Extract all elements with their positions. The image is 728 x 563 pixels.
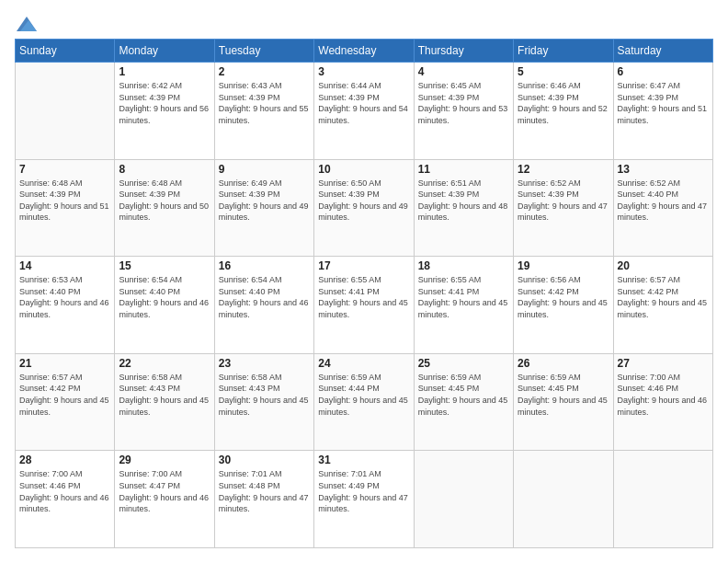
day-number: 31 (318, 454, 409, 466)
calendar-cell: 28Sunrise: 7:00 AMSunset: 4:46 PMDayligh… (16, 451, 115, 548)
calendar-cell: 17Sunrise: 6:55 AMSunset: 4:41 PMDayligh… (314, 257, 414, 354)
day-info: Sunrise: 6:44 AMSunset: 4:39 PMDaylight:… (318, 80, 409, 126)
day-number: 17 (318, 259, 409, 272)
calendar-cell: 5Sunrise: 6:46 AMSunset: 4:39 PMDaylight… (514, 63, 613, 160)
header-wednesday: Wednesday (314, 40, 414, 63)
day-number: 8 (119, 163, 210, 176)
day-info: Sunrise: 6:56 AMSunset: 4:42 PMDaylight:… (518, 274, 609, 320)
calendar-cell: 29Sunrise: 7:00 AMSunset: 4:47 PMDayligh… (115, 451, 214, 548)
header (15, 15, 713, 29)
day-info: Sunrise: 6:54 AMSunset: 4:40 PMDaylight:… (119, 274, 210, 320)
day-number: 18 (418, 259, 509, 272)
calendar-cell: 24Sunrise: 6:59 AMSunset: 4:44 PMDayligh… (314, 353, 414, 451)
day-number: 24 (318, 357, 409, 370)
day-number: 29 (119, 454, 210, 466)
calendar-table: Sunday Monday Tuesday Wednesday Thursday… (15, 39, 713, 548)
header-saturday: Saturday (613, 40, 712, 63)
day-number: 15 (119, 259, 210, 272)
day-info: Sunrise: 6:42 AMSunset: 4:39 PMDaylight:… (119, 80, 210, 126)
header-tuesday: Tuesday (214, 40, 313, 63)
day-number: 6 (618, 65, 709, 78)
calendar-cell: 7Sunrise: 6:48 AMSunset: 4:39 PMDaylight… (16, 159, 115, 257)
day-info: Sunrise: 6:53 AMSunset: 4:40 PMDaylight:… (19, 274, 110, 320)
day-info: Sunrise: 6:58 AMSunset: 4:43 PMDaylight:… (119, 372, 210, 418)
day-number: 27 (618, 357, 709, 370)
day-info: Sunrise: 6:54 AMSunset: 4:40 PMDaylight:… (219, 274, 310, 320)
calendar-cell: 3Sunrise: 6:44 AMSunset: 4:39 PMDaylight… (314, 63, 414, 160)
day-info: Sunrise: 6:45 AMSunset: 4:39 PMDaylight:… (418, 80, 509, 126)
day-number: 14 (19, 259, 110, 272)
calendar-cell: 30Sunrise: 7:01 AMSunset: 4:48 PMDayligh… (214, 451, 313, 548)
page: Sunday Monday Tuesday Wednesday Thursday… (0, 0, 728, 563)
logo (15, 15, 37, 29)
calendar-cell: 12Sunrise: 6:52 AMSunset: 4:39 PMDayligh… (514, 159, 613, 257)
calendar-cell: 20Sunrise: 6:57 AMSunset: 4:42 PMDayligh… (613, 257, 712, 354)
calendar-cell: 25Sunrise: 6:59 AMSunset: 4:45 PMDayligh… (414, 353, 513, 451)
day-number: 3 (318, 65, 409, 78)
calendar-cell: 8Sunrise: 6:48 AMSunset: 4:39 PMDaylight… (115, 159, 214, 257)
day-number: 4 (418, 65, 509, 78)
calendar-cell: 26Sunrise: 6:59 AMSunset: 4:45 PMDayligh… (514, 353, 613, 451)
calendar-cell: 4Sunrise: 6:45 AMSunset: 4:39 PMDaylight… (414, 63, 513, 160)
calendar-cell: 18Sunrise: 6:55 AMSunset: 4:41 PMDayligh… (414, 257, 513, 354)
day-info: Sunrise: 7:00 AMSunset: 4:47 PMDaylight:… (119, 468, 210, 514)
day-number: 12 (518, 163, 609, 176)
calendar-cell: 31Sunrise: 7:01 AMSunset: 4:49 PMDayligh… (314, 451, 414, 548)
calendar-cell: 1Sunrise: 6:42 AMSunset: 4:39 PMDaylight… (115, 63, 214, 160)
day-info: Sunrise: 6:48 AMSunset: 4:39 PMDaylight:… (19, 178, 110, 224)
calendar-cell: 23Sunrise: 6:58 AMSunset: 4:43 PMDayligh… (214, 353, 313, 451)
day-info: Sunrise: 6:43 AMSunset: 4:39 PMDaylight:… (219, 80, 310, 126)
day-number: 26 (518, 357, 609, 370)
day-number: 16 (219, 259, 310, 272)
calendar-cell: 15Sunrise: 6:54 AMSunset: 4:40 PMDayligh… (115, 257, 214, 354)
day-number: 28 (19, 454, 110, 466)
day-info: Sunrise: 6:55 AMSunset: 4:41 PMDaylight:… (318, 274, 409, 320)
header-monday: Monday (115, 40, 214, 63)
day-info: Sunrise: 6:57 AMSunset: 4:42 PMDaylight:… (19, 372, 110, 418)
day-number: 10 (318, 163, 409, 176)
day-info: Sunrise: 6:52 AMSunset: 4:39 PMDaylight:… (518, 178, 609, 224)
calendar-week-row: 14Sunrise: 6:53 AMSunset: 4:40 PMDayligh… (16, 257, 713, 354)
day-info: Sunrise: 7:01 AMSunset: 4:48 PMDaylight:… (219, 468, 310, 514)
calendar-cell: 6Sunrise: 6:47 AMSunset: 4:39 PMDaylight… (613, 63, 712, 160)
day-info: Sunrise: 6:57 AMSunset: 4:42 PMDaylight:… (618, 274, 709, 320)
day-info: Sunrise: 6:48 AMSunset: 4:39 PMDaylight:… (119, 178, 210, 224)
day-number: 30 (219, 454, 310, 466)
day-number: 7 (19, 163, 110, 176)
day-info: Sunrise: 7:01 AMSunset: 4:49 PMDaylight:… (318, 468, 409, 514)
day-number: 19 (518, 259, 609, 272)
day-number: 1 (119, 65, 210, 78)
header-thursday: Thursday (414, 40, 513, 63)
day-info: Sunrise: 7:00 AMSunset: 4:46 PMDaylight:… (19, 468, 110, 514)
day-info: Sunrise: 6:49 AMSunset: 4:39 PMDaylight:… (219, 178, 310, 224)
calendar-week-row: 28Sunrise: 7:00 AMSunset: 4:46 PMDayligh… (16, 451, 713, 548)
day-number: 23 (219, 357, 310, 370)
calendar-cell: 16Sunrise: 6:54 AMSunset: 4:40 PMDayligh… (214, 257, 313, 354)
logo-icon (17, 15, 37, 33)
day-info: Sunrise: 6:59 AMSunset: 4:45 PMDaylight:… (418, 372, 509, 418)
day-info: Sunrise: 6:46 AMSunset: 4:39 PMDaylight:… (518, 80, 609, 126)
day-number: 11 (418, 163, 509, 176)
day-number: 21 (19, 357, 110, 370)
calendar-cell (16, 63, 115, 160)
calendar-cell: 22Sunrise: 6:58 AMSunset: 4:43 PMDayligh… (115, 353, 214, 451)
day-number: 20 (618, 259, 709, 272)
calendar-cell: 21Sunrise: 6:57 AMSunset: 4:42 PMDayligh… (16, 353, 115, 451)
calendar-cell: 10Sunrise: 6:50 AMSunset: 4:39 PMDayligh… (314, 159, 414, 257)
day-info: Sunrise: 6:50 AMSunset: 4:39 PMDaylight:… (318, 178, 409, 224)
day-info: Sunrise: 6:52 AMSunset: 4:40 PMDaylight:… (618, 178, 709, 224)
calendar-cell: 14Sunrise: 6:53 AMSunset: 4:40 PMDayligh… (16, 257, 115, 354)
day-info: Sunrise: 6:51 AMSunset: 4:39 PMDaylight:… (418, 178, 509, 224)
calendar-cell: 13Sunrise: 6:52 AMSunset: 4:40 PMDayligh… (613, 159, 712, 257)
day-info: Sunrise: 6:47 AMSunset: 4:39 PMDaylight:… (618, 80, 709, 126)
day-info: Sunrise: 6:59 AMSunset: 4:44 PMDaylight:… (318, 372, 409, 418)
day-number: 5 (518, 65, 609, 78)
calendar-cell: 9Sunrise: 6:49 AMSunset: 4:39 PMDaylight… (214, 159, 313, 257)
calendar-header-row: Sunday Monday Tuesday Wednesday Thursday… (16, 40, 713, 63)
day-number: 9 (219, 163, 310, 176)
calendar-week-row: 21Sunrise: 6:57 AMSunset: 4:42 PMDayligh… (16, 353, 713, 451)
day-info: Sunrise: 6:58 AMSunset: 4:43 PMDaylight:… (219, 372, 310, 418)
day-number: 25 (418, 357, 509, 370)
calendar-week-row: 7Sunrise: 6:48 AMSunset: 4:39 PMDaylight… (16, 159, 713, 257)
day-number: 2 (219, 65, 310, 78)
